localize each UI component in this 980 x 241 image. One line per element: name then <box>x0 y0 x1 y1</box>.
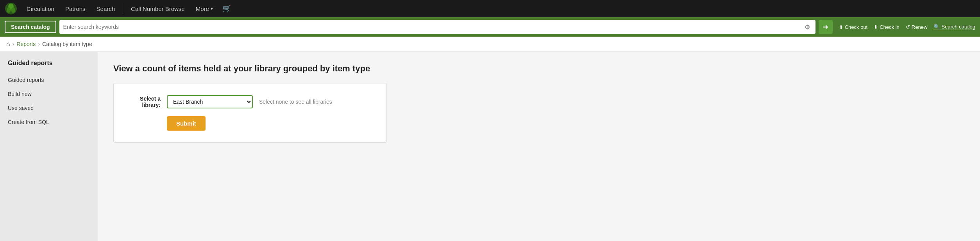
library-select[interactable]: East Branch -- All libraries -- West Bra… <box>167 95 253 108</box>
submit-button[interactable]: Submit <box>167 116 206 131</box>
breadcrumb-reports[interactable]: Reports <box>16 41 36 47</box>
renew-button[interactable]: ↺ Renew <box>906 24 927 30</box>
top-actions: ⬆ Check out ⬇ Check in ↺ Renew 🔍 Search … <box>839 24 975 30</box>
checkout-button[interactable]: ⬆ Check out <box>839 24 868 30</box>
sidebar: Guided reports Guided reports Build new … <box>0 52 98 241</box>
checkin-icon: ⬇ <box>874 24 878 30</box>
sidebar-item-guided-reports[interactable]: Guided reports <box>0 73 98 87</box>
nav-divider <box>123 3 123 14</box>
nav-item-circulation[interactable]: Circulation <box>22 3 59 14</box>
app-logo[interactable] <box>5 2 17 15</box>
search-catalog-top-button[interactable]: 🔍 Search catalog <box>934 24 975 30</box>
breadcrumb-separator-2: › <box>38 41 40 47</box>
checkout-icon: ⬆ <box>839 24 843 30</box>
search-input-wrapper: ⚙ <box>59 20 815 34</box>
search-go-button[interactable]: ➜ <box>819 20 833 34</box>
library-select-row: Select a library: East Branch -- All lib… <box>129 95 371 108</box>
page-title: View a count of items held at your libra… <box>113 64 964 74</box>
nav-item-patrons[interactable]: Patrons <box>61 3 90 14</box>
nav-item-call-number-browse[interactable]: Call Number Browse <box>126 3 190 14</box>
arrow-right-icon: ➜ <box>823 23 828 31</box>
form-card: Select a library: East Branch -- All lib… <box>113 83 387 143</box>
nav-item-more[interactable]: More <box>191 3 218 14</box>
filter-icon[interactable]: ⚙ <box>803 23 812 31</box>
main-content: View a count of items held at your libra… <box>98 52 980 241</box>
search-bar: Search catalog ⚙ ➜ ⬆ Check out ⬇ Check i… <box>0 17 980 37</box>
nav-item-search[interactable]: Search <box>92 3 120 14</box>
top-nav: Circulation Patrons Search Call Number B… <box>0 0 980 17</box>
search-icon: 🔍 <box>934 24 940 30</box>
svg-point-3 <box>11 7 15 13</box>
renew-icon: ↺ <box>906 24 910 30</box>
breadcrumb: ⌂ › Reports › Catalog by item type <box>0 37 980 52</box>
search-catalog-button[interactable]: Search catalog <box>5 21 56 33</box>
library-hint: Select none to see all libraries <box>259 99 332 105</box>
sidebar-item-build-new[interactable]: Build new <box>0 87 98 101</box>
sidebar-item-create-from-sql[interactable]: Create from SQL <box>0 115 98 129</box>
breadcrumb-current: Catalog by item type <box>42 41 92 47</box>
sidebar-title: Guided reports <box>0 60 98 73</box>
breadcrumb-separator-1: › <box>13 41 14 47</box>
cart-icon[interactable]: 🛒 <box>219 2 234 15</box>
search-input[interactable] <box>63 24 803 30</box>
sidebar-item-use-saved[interactable]: Use saved <box>0 101 98 115</box>
home-icon[interactable]: ⌂ <box>6 41 10 48</box>
main-layout: Guided reports Guided reports Build new … <box>0 52 980 241</box>
checkin-button[interactable]: ⬇ Check in <box>874 24 900 30</box>
svg-point-2 <box>7 7 11 13</box>
library-label: Select a library: <box>129 96 161 108</box>
